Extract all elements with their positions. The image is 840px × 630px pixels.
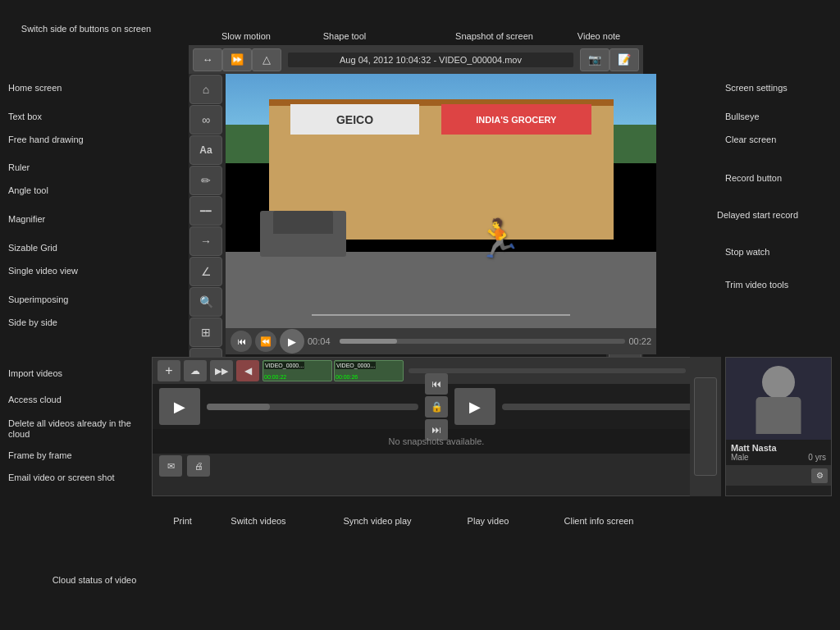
annotation-shape-tool: Shape tool — [316, 30, 373, 42]
video-controls-bar: ⏮ ⏪ ▶ 00:04 00:22 — [226, 328, 656, 354]
client-panel-controls: ⚙ — [726, 465, 831, 486]
annotation-import: Import videos — [8, 368, 127, 379]
scroll-panel — [690, 357, 721, 496]
annotation-angle: Angle tool — [8, 185, 144, 196]
annotation-trim: Trim video tools — [725, 279, 832, 290]
annotation-client-info: Client info screen — [558, 515, 640, 527]
no-snapshots-label: No snapshots available. — [389, 436, 485, 446]
scroll-videos-track[interactable] — [694, 377, 717, 476]
annotation-home: Home screen — [8, 82, 144, 94]
annotation-video-note: Video note — [566, 30, 632, 42]
cloud-upload-button[interactable]: ☁ — [184, 360, 207, 381]
annotation-switch-videos: Switch videos — [221, 515, 295, 527]
annotation-snapshot: Snapshot of screen — [447, 30, 541, 42]
sync-controls: ⏮ 🔒 ⏭ — [425, 373, 448, 441]
annotation-record: Record button — [725, 172, 832, 184]
current-time: 00:04 — [308, 336, 336, 346]
video-note-button[interactable]: 📝 — [609, 48, 639, 71]
clip-back-button[interactable]: ◀ — [236, 360, 259, 381]
timeline-progress — [340, 339, 397, 344]
annotation-stopwatch: Stop watch — [725, 246, 832, 258]
client-photo — [726, 358, 831, 440]
annotation-grid: Sizable Grid — [8, 242, 144, 253]
annotation-cloud-status: Cloud status of video — [45, 574, 144, 586]
video-area: GEICO INDIA'S GROCERY 🏃 — [226, 74, 656, 328]
client-panel: Matt Nasta Male 0 yrs ⚙ — [725, 357, 832, 496]
magnifier-button[interactable]: 🔍 — [189, 287, 222, 317]
clip-thumb-1[interactable]: VIDEO_0000... 00:00:22 — [262, 360, 332, 381]
annotation-ruler: Ruler — [8, 162, 144, 173]
annotation-sidebyside: Side by side — [8, 317, 144, 328]
app-container: Switch side of buttons on screen Slow mo… — [0, 0, 840, 630]
annotation-cloud: Access cloud — [8, 394, 127, 405]
annotation-frame: Frame by frame — [8, 450, 127, 461]
textbox-button[interactable]: Aa — [189, 135, 222, 165]
annotation-settings: Screen settings — [725, 82, 832, 94]
freedraw-button[interactable]: ✏ — [189, 166, 222, 195]
annotation-switch-side: Switch side of buttons on screen — [12, 23, 160, 34]
annotation-freedraw: Free hand drawing — [8, 134, 144, 145]
annotation-single: Single video view — [8, 265, 144, 276]
ruler-button[interactable]: ━━ — [189, 196, 222, 226]
bottom-controls: ✉ 🖨 — [153, 454, 720, 478]
right-play-button[interactable]: ▶ — [454, 388, 495, 425]
switch-side-button[interactable]: ↔ — [193, 48, 222, 71]
top-toolbar: ↔ ⏩ △ Aug 04, 2012 10:04:32 - VIDEO_0000… — [189, 45, 643, 74]
email-button[interactable]: ✉ — [159, 455, 182, 477]
annotation-textbox: Text box — [8, 111, 144, 122]
annotation-synch: Synch video play — [340, 515, 414, 527]
play-strip: ▶ ⏮ 🔒 ⏭ ▶ — [153, 384, 720, 429]
clip-thumb-2[interactable]: VIDEO_0000... 00:00:26 — [334, 360, 404, 381]
annotation-delete-cloud: Delete all videos already in the cloud — [8, 418, 135, 440]
client-settings-button[interactable]: ⚙ — [811, 468, 828, 483]
grid-button[interactable]: ⊞ — [189, 317, 222, 347]
annotation-delayed: Delayed start record — [717, 209, 832, 221]
client-age: 0 yrs — [808, 453, 826, 462]
clip-timeline-right[interactable] — [502, 404, 714, 410]
shape-tool-button[interactable]: △ — [252, 48, 281, 71]
client-name: Matt Nasta — [731, 443, 826, 453]
print-button[interactable]: 🖨 — [187, 455, 210, 477]
clip-timeline[interactable] — [207, 404, 418, 410]
slow-motion-button[interactable]: ⏩ — [222, 48, 252, 71]
client-details: Male 0 yrs — [731, 453, 826, 462]
home-button[interactable]: ⌂ — [189, 75, 222, 104]
annotation-superimpose: Superimposing — [8, 294, 144, 305]
angle-button[interactable]: ∠ — [189, 257, 222, 286]
total-time: 00:22 — [628, 336, 651, 346]
annotation-email: Email video or screen shot — [8, 472, 135, 483]
add-video-button[interactable]: + — [158, 360, 180, 381]
annotation-play-video: Play video — [459, 515, 517, 527]
snapshot-button[interactable]: 📷 — [580, 48, 609, 71]
timeline-bar[interactable] — [340, 339, 625, 344]
lock-button[interactable]: 🔒 — [425, 396, 448, 418]
import-button[interactable]: ▶▶ — [210, 360, 233, 381]
loop-button[interactable]: ∞ — [189, 105, 222, 135]
client-gender: Male — [731, 453, 749, 462]
frame-prev-button[interactable]: ⏮ — [425, 373, 448, 395]
annotation-magnifier: Magnifier — [8, 213, 144, 225]
skip-back-button[interactable]: ⏮ — [231, 331, 252, 352]
play-button[interactable]: ▶ — [280, 329, 304, 354]
video-info-bar: Aug 04, 2012 10:04:32 - VIDEO_000004.mov — [288, 52, 573, 67]
left-play-button[interactable]: ▶ — [159, 388, 200, 425]
arrow-button[interactable]: → — [189, 226, 222, 256]
client-info-section: Matt Nasta Male 0 yrs — [726, 440, 831, 465]
clip-strip: VIDEO_0000... 00:00:22 VIDEO_0000... 00:… — [262, 359, 689, 382]
annotation-bullseye: Bullseye — [725, 111, 832, 122]
prev-frame-button[interactable]: ⏪ — [255, 331, 276, 352]
annotation-slow-motion: Slow motion — [213, 30, 279, 42]
annotation-print: Print — [160, 515, 205, 527]
clip-area: + ☁ ▶▶ ◀ VIDEO_0000... 00:00:22 VIDEO_00… — [152, 357, 721, 496]
annotation-clear: Clear screen — [725, 134, 832, 145]
